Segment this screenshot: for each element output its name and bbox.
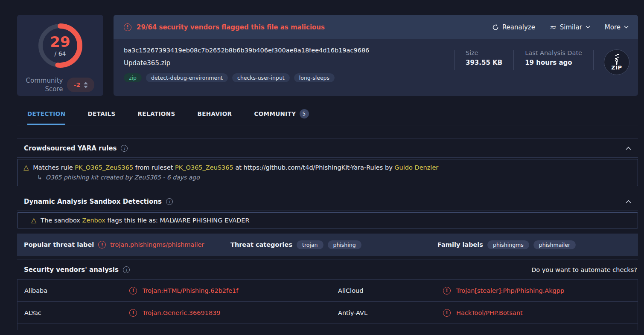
yara-rule-description: O365 phishing kit created by ZeuS365 - 6…	[46, 174, 200, 181]
alert-icon: !	[443, 287, 451, 295]
yara-ruleset-link[interactable]: PK_O365_ZeuS365	[175, 164, 233, 171]
analysis-date-value: 19 hours ago	[525, 59, 582, 66]
file-type-badge: ZIP	[604, 49, 629, 75]
behavior-tag[interactable]: checks-user-input	[232, 73, 290, 82]
size-label: Size	[466, 49, 502, 56]
chevron-down-icon	[586, 26, 590, 29]
size-value: 393.55 KB	[466, 59, 502, 66]
community-count-badge: 5	[300, 109, 309, 118]
collapse-section-button[interactable]	[626, 200, 631, 203]
vendor-name: AliCloud	[331, 287, 443, 294]
file-summary-card: ! 29/64 security vendors flagged this fi…	[114, 15, 638, 96]
threat-label-value[interactable]: trojan.phishingms/phishmailer	[110, 241, 204, 248]
alert-icon: !	[98, 241, 106, 248]
behavior-tag[interactable]: detect-debug-environment	[146, 73, 228, 82]
sandbox-link[interactable]: Zenbox	[82, 217, 105, 224]
vendor-detection: Trojan[stealer]:Php/Phishing.Akgpp	[456, 287, 564, 294]
vendor-detection: Trojan.Generic.36691839	[143, 309, 221, 316]
analysis-date-block: Last Analysis Date 19 hours ago	[514, 49, 593, 66]
warning-triangle-icon: △	[23, 164, 29, 171]
family-labels-title: Family labels	[437, 241, 483, 248]
file-hash: ba3c15267393419eb08c7b2652b8b6b39b406ef3…	[124, 47, 369, 54]
alert-icon: !	[129, 287, 137, 295]
chevron-up-icon	[626, 200, 631, 203]
tab-community[interactable]: COMMUNITY 5	[254, 110, 309, 125]
table-row: ALYac ! Trojan.Generic.36691839 Antiy-AV…	[17, 302, 638, 324]
vendors-table: Alibaba ! Trojan:HTML/Phishing.62b2fe1f …	[17, 279, 638, 330]
automate-checks-prompt[interactable]: Do you want to automate checks?	[531, 266, 637, 273]
similar-button[interactable]: ≈ Similar	[550, 23, 590, 31]
detection-score-card: 29 / 64 Community Score -2	[17, 15, 103, 96]
yara-section-header: Crowdsourced YARA rules i	[17, 139, 638, 158]
vendor-detection: Trojan:HTML/Phishing.62b2fe1f	[143, 287, 238, 294]
community-score-value: -2	[74, 81, 81, 88]
file-size-block: Size 393.55 KB	[455, 49, 513, 66]
sandbox-section-title: Dynamic Analysis Sandbox Detections	[24, 198, 162, 205]
threat-label-title: Popular threat label	[24, 241, 94, 248]
vote-arrows[interactable]	[84, 82, 88, 88]
file-type-badge-label: ZIP	[611, 64, 622, 71]
report-tabs: DETECTION DETAILS RELATIONS BEHAVIOR COM…	[17, 110, 638, 125]
community-score-label: Community Score	[26, 76, 63, 94]
detection-banner: ! 29/64 security vendors flagged this fi…	[114, 15, 638, 39]
tab-relations[interactable]: RELATIONS	[138, 110, 175, 125]
family-label-pill[interactable]: phishmailer	[533, 240, 576, 249]
tab-details[interactable]: DETAILS	[87, 110, 115, 125]
alert-icon: !	[129, 309, 137, 317]
sandbox-detection-box: △ The sandbox Zenbox flags this file as:…	[17, 212, 638, 228]
vendor-detection: HackTool/PHP.Botsant	[456, 309, 523, 316]
yara-section-title: Crowdsourced YARA rules	[24, 144, 117, 152]
vote-up-icon[interactable]	[84, 82, 88, 84]
family-label-pill[interactable]: phishingms	[487, 240, 529, 249]
file-name: Update365.zip	[124, 59, 369, 67]
vendor-name: ALYac	[17, 309, 129, 316]
yara-author-link[interactable]: Guido Denzler	[394, 164, 438, 171]
detection-banner-message: 29/64 security vendors flagged this file…	[137, 23, 325, 31]
reanalyze-icon	[492, 24, 499, 31]
warning-triangle-icon: △	[31, 217, 36, 224]
yara-match-box: △ Matches rule PK_O365_ZeuS365 from rule…	[17, 159, 638, 186]
vendors-section-header: Security vendors' analysis i Do you want…	[17, 260, 638, 279]
file-identity: ba3c15267393419eb08c7b2652b8b6b39b406ef3…	[124, 47, 369, 96]
virustotal-file-report: 29 / 64 Community Score -2	[0, 0, 644, 330]
vote-down-icon[interactable]	[84, 86, 88, 88]
more-button[interactable]: More	[605, 23, 629, 31]
info-icon[interactable]: i	[121, 145, 128, 152]
similar-icon: ≈	[550, 23, 557, 31]
detection-score-value: 29	[50, 35, 70, 49]
threat-category-pill[interactable]: phishing	[328, 240, 361, 249]
threat-label-bar: Popular threat label ! trojan.phishingms…	[17, 234, 638, 256]
alert-icon: !	[443, 309, 451, 317]
yara-rule-link[interactable]: PK_O365_ZeuS365	[75, 164, 133, 171]
sandbox-section-header: Dynamic Analysis Sandbox Detections i	[17, 192, 638, 211]
table-row	[17, 324, 638, 330]
threat-category-pill[interactable]: trojan	[297, 240, 323, 249]
zipper-icon	[614, 54, 620, 65]
vendor-name: Antiy-AVL	[331, 309, 443, 316]
yara-match-text: Matches rule PK_O365_ZeuS365 from rulese…	[33, 164, 438, 171]
file-type-tag[interactable]: zip	[124, 73, 142, 82]
detection-score-total: / 64	[55, 50, 66, 57]
divider	[593, 50, 594, 70]
vendors-section-title: Security vendors' analysis	[24, 266, 119, 274]
reanalyze-button[interactable]: Reanalyze	[492, 23, 535, 31]
chevron-down-icon	[624, 26, 629, 29]
tab-detection[interactable]: DETECTION	[27, 110, 65, 125]
yara-source-url: https://github.com/t4d/PhishingKit-Yara-…	[244, 164, 383, 171]
info-icon[interactable]: i	[123, 266, 130, 273]
sandbox-detection-text: The sandbox Zenbox flags this file as: M…	[41, 217, 249, 224]
analysis-date-label: Last Analysis Date	[525, 49, 582, 56]
alert-icon: !	[124, 23, 131, 31]
community-score-stepper[interactable]: -2	[67, 78, 94, 92]
detection-score-gauge: 29 / 64	[35, 21, 85, 70]
behavior-tag[interactable]: long-sleeps	[294, 73, 335, 82]
table-row: Alibaba ! Trojan:HTML/Phishing.62b2fe1f …	[17, 280, 638, 302]
chevron-up-icon	[626, 147, 631, 150]
tab-behavior[interactable]: BEHAVIOR	[198, 110, 232, 125]
vendor-name: Alibaba	[17, 287, 129, 294]
return-arrow-icon: ↳	[37, 174, 42, 181]
threat-categories-title: Threat categories	[230, 241, 292, 248]
collapse-section-button[interactable]	[626, 147, 631, 150]
info-icon[interactable]: i	[166, 198, 173, 205]
